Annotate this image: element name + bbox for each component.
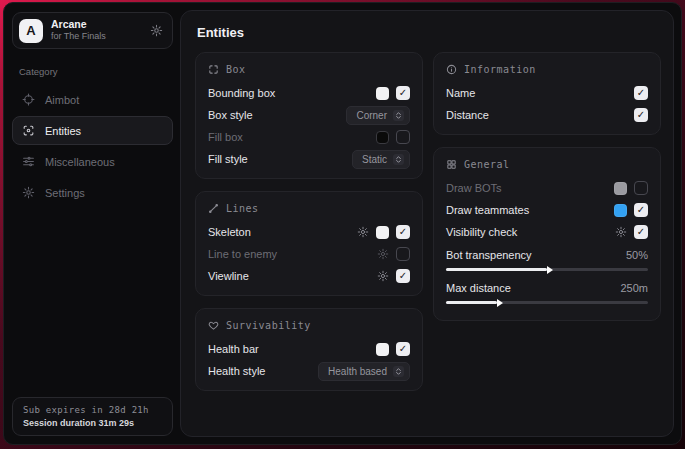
max-distance-slider[interactable] [446,301,648,304]
chevron-up-down-icon [393,366,404,377]
box-style-select[interactable]: Corner [346,106,410,125]
checkbox-checked[interactable] [634,203,648,217]
sidebar-nav: Aimbot Entities [12,85,173,207]
color-swatch[interactable] [376,87,389,100]
checkbox-unchecked[interactable] [396,130,410,144]
session-duration-text: Session duration 31m 29s [23,418,162,428]
lines-card: Lines Skeleton [195,191,423,296]
setting-row-visibility-check: Visibility check [446,221,648,243]
bounding-box-icon [208,64,219,75]
general-card: General Draw BOTs Draw teammates [433,147,661,321]
bot-transparency-slider[interactable] [446,268,648,271]
sidebar-item-aimbot[interactable]: Aimbot [12,85,173,114]
checkbox-checked[interactable] [634,86,648,100]
chevron-up-down-icon [393,154,404,165]
setting-row-viewline: Viewline [208,265,410,287]
setting-row-name: Name [446,82,648,104]
category-label: Category [19,66,173,77]
crosshair-icon [22,93,35,106]
sidebar-item-miscellaneous[interactable]: Miscellaneous [12,147,173,176]
card-header-label: Box [226,64,246,75]
setting-row-health-style: Health style Health based [208,360,410,382]
survivability-card: Survivability Health bar Health style [195,308,423,391]
sidebar: A Arcane for The Finals Category [4,3,180,444]
checkbox-checked[interactable] [396,269,410,283]
sidebar-item-entities[interactable]: Entities [12,116,173,145]
gear-icon[interactable] [377,270,389,282]
gear-icon[interactable] [615,226,627,238]
desktop-background: A Arcane for The Finals Category [0,0,685,449]
checkbox-unchecked[interactable] [396,247,410,261]
line-icon [208,203,219,214]
chevron-up-down-icon [393,110,404,121]
gear-icon[interactable] [377,248,389,260]
heart-icon [208,320,219,331]
setting-row-fill-box: Fill box [208,126,410,148]
page-title: Entities [197,25,661,40]
main-panel: Entities Box [180,10,674,437]
health-style-select[interactable]: Health based [318,362,410,381]
checkbox-checked[interactable] [634,225,648,239]
gear-icon[interactable] [357,226,369,238]
max-distance-slider-group: Max distance 250m [446,279,648,304]
info-icon [446,64,457,75]
color-swatch[interactable] [376,226,389,239]
card-header-label: Lines [226,203,259,214]
checkbox-checked[interactable] [396,86,410,100]
left-column: Box Bounding box Box style [195,52,423,391]
setting-row-draw-bots: Draw BOTs [446,177,648,199]
slider-thumb[interactable] [547,266,553,274]
color-swatch[interactable] [614,182,627,195]
card-header-label: General [464,159,510,170]
grid-icon [446,159,457,170]
color-swatch[interactable] [614,204,627,217]
app-logo: A [19,19,43,43]
color-swatch[interactable] [376,343,389,356]
sidebar-item-label: Entities [45,125,81,137]
session-info-card: Sub expires in 28d 21h Session duration … [12,397,173,436]
bot-transparency-slider-group: Bot transpenency 50% [446,246,648,271]
checkbox-checked[interactable] [634,108,648,122]
slider-thumb[interactable] [497,299,503,307]
sidebar-item-label: Settings [45,187,85,199]
gear-icon [22,186,35,199]
brand-card: A Arcane for The Finals [12,12,173,49]
gear-icon[interactable] [150,24,163,37]
checkbox-unchecked[interactable] [634,181,648,195]
app-window: A Arcane for The Finals Category [3,2,682,445]
color-swatch[interactable] [376,131,389,144]
box-card: Box Bounding box Box style [195,52,423,179]
right-column: Information Name Distance [433,52,661,321]
setting-row-health-bar: Health bar [208,338,410,360]
card-header-label: Information [464,64,536,75]
setting-row-draw-teammates: Draw teammates [446,199,648,221]
sidebar-item-settings[interactable]: Settings [12,178,173,207]
information-card: Information Name Distance [433,52,661,135]
fill-style-select[interactable]: Static [352,150,410,169]
scan-icon [22,124,35,137]
setting-row-line-to-enemy: Line to enemy [208,243,410,265]
sidebar-item-label: Miscellaneous [45,156,115,168]
setting-row-fill-style: Fill style Static [208,148,410,170]
sliders-icon [22,155,35,168]
card-header-label: Survivability [226,320,311,331]
setting-row-skeleton: Skeleton [208,221,410,243]
setting-row-bounding-box: Bounding box [208,82,410,104]
app-subtitle: for The Finals [51,31,142,42]
setting-row-distance: Distance [446,104,648,126]
sidebar-item-label: Aimbot [45,94,79,106]
slider-value: 250m [620,282,648,294]
app-title: Arcane [51,18,142,31]
setting-row-box-style: Box style Corner [208,104,410,126]
checkbox-checked[interactable] [396,342,410,356]
sub-expiry-text: Sub expires in 28d 21h [23,405,162,415]
checkbox-checked[interactable] [396,225,410,239]
slider-value: 50% [626,249,648,261]
